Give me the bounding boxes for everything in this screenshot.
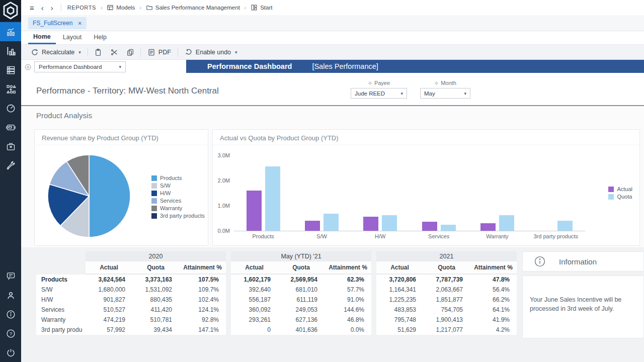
cards-icon[interactable] [0,118,21,137]
logo-hexagon-icon[interactable] [0,0,21,21]
quota-bar[interactable] [265,166,280,231]
data-list-icon[interactable] [0,60,21,79]
row-label: H/W [36,295,83,305]
hamburger-menu-icon[interactable]: ≡ [26,4,38,12]
quota-bar[interactable] [382,215,397,231]
actual-bar[interactable] [480,223,496,231]
pie-legend-item[interactable]: Services [151,198,205,204]
selector-gear-icon [368,81,372,85]
page-bar: Performance Dashboard ▾ Performance Dash… [21,60,644,74]
tab-layout[interactable]: Layout [58,32,87,43]
pdf-button[interactable]: PDF [143,45,176,59]
quota-bar[interactable] [441,225,456,231]
column-header: Attainment % [325,261,371,275]
breadcrumb-model[interactable]: Sales Performance Management [144,4,242,11]
actual-bar[interactable] [422,222,437,231]
table-cell: 41.9% [470,315,517,325]
table-cell: 39,434 [132,325,179,335]
table-cell: 249,053 [278,305,325,315]
quota-bar[interactable] [324,214,339,231]
table-cell: 1,531,092 [132,285,179,295]
back-icon[interactable]: ‹ [38,4,47,12]
performance-table: 2020May (YTD) '212021ActualQuotaAttainme… [36,251,517,335]
breadcrumb-reports[interactable]: REPORTS [65,5,98,11]
table-cell: 57.7% [325,285,371,295]
pie-legend-item[interactable]: Products [151,175,205,181]
tab-fs-fullscreen[interactable]: FS_FullScreen ✕ [28,17,87,29]
table-gap [226,285,231,295]
pie-legend-item[interactable]: H/W [151,190,205,196]
row-label: Products [36,275,83,285]
row-label: S/W [36,285,83,295]
actual-bar[interactable] [363,217,378,231]
pie-slice-products[interactable] [89,155,130,237]
quota-bar[interactable] [557,221,573,231]
legend-swatch [151,213,157,219]
table-cell: 1,217,077 [423,325,470,335]
bar-group-s-w: S/W [292,152,351,231]
svg-text:?: ? [9,331,12,336]
bar-legend-item[interactable]: Actual [608,186,632,192]
month-select[interactable]: May▾ [420,88,470,99]
table-cell: 62.3% [325,275,371,285]
paste-button[interactable] [90,48,106,56]
table-cell: 124.1% [179,305,226,315]
bar-chart-card: Actual vs Quota by Product Group (YTD) 0… [212,129,640,246]
recalculate-button[interactable]: Recalculate▾ [26,45,86,59]
wrench-icon[interactable] [0,156,21,175]
tab-help[interactable]: Help [89,32,112,43]
forward-icon[interactable]: › [47,4,57,12]
table-cell: 510,527 [86,305,132,315]
ribbon-tabs: Home Layout Help [21,31,644,44]
copy-button[interactable] [122,48,138,56]
cut-button[interactable] [106,48,122,56]
user-icon[interactable] [0,286,21,305]
information-circle-icon [534,255,546,267]
pie-legend-item[interactable]: 3rd party products [151,213,205,219]
legend-label: Products [160,175,182,181]
pie-legend-item[interactable]: Warranty [151,205,205,211]
dashboard-header-bar: Performance Dashboard [Sales Performance… [186,60,644,73]
pie-chart-title: Revenue share by Product Group (YTD) [42,134,158,142]
table-cell: 3,720,806 [376,275,423,285]
y-axis-tick: 1.0M [218,203,230,209]
table-cell: 144.6% [325,305,371,315]
model-map-icon[interactable] [0,79,21,99]
close-icon[interactable]: ✕ [77,21,82,26]
enable-undo-button[interactable]: Enable undo▾ [180,45,242,59]
table-cell: 1,164,341 [376,285,423,295]
y-axis-tick: 3.0M [218,152,230,158]
dashboard-page-select[interactable]: Performance Dashboard ▾ [34,61,126,72]
quota-bar[interactable] [499,215,514,231]
payee-select[interactable]: Jude REED▾ [351,88,407,99]
chevron-down-icon: ▾ [235,50,237,55]
table-cell: 411,420 [132,305,179,315]
folder-icon [146,4,153,11]
bar-legend-item[interactable]: Quota [608,194,632,200]
tab-home[interactable]: Home [28,32,56,44]
breadcrumb-models[interactable]: Models [105,4,137,11]
table-gap [226,275,231,285]
reports-icon[interactable] [0,41,21,60]
tab-strip: FS_FullScreen ✕ [21,15,644,31]
pie-legend-item[interactable]: S/W [151,183,205,189]
comments-icon[interactable] [0,266,21,286]
power-icon[interactable] [0,343,21,362]
breadcrumb-start[interactable]: Start [249,4,274,11]
briefcase-icon[interactable] [0,137,21,156]
actual-bar[interactable] [247,191,262,231]
info-icon[interactable] [0,305,21,324]
pie-chart [46,153,132,239]
analytics-icon[interactable] [0,22,21,41]
dashboard-title: Performance Dashboard [207,62,292,70]
gauge-icon[interactable] [0,99,21,118]
table-cell: 293,261 [231,315,278,325]
bar-group-3rd-party-products: 3rd party products [527,152,585,231]
table-cell: 556,187 [231,295,278,305]
table-gap [371,315,376,325]
table-gap [371,325,376,335]
toolbar: Recalculate▾ PDF Enable undo▾ [21,44,644,60]
help-icon[interactable]: ? [0,324,21,343]
bar-chart: 0.0M1.0M2.0M3.0MProductsS/WH/WServicesWa… [234,152,585,231]
actual-bar[interactable] [305,221,320,231]
